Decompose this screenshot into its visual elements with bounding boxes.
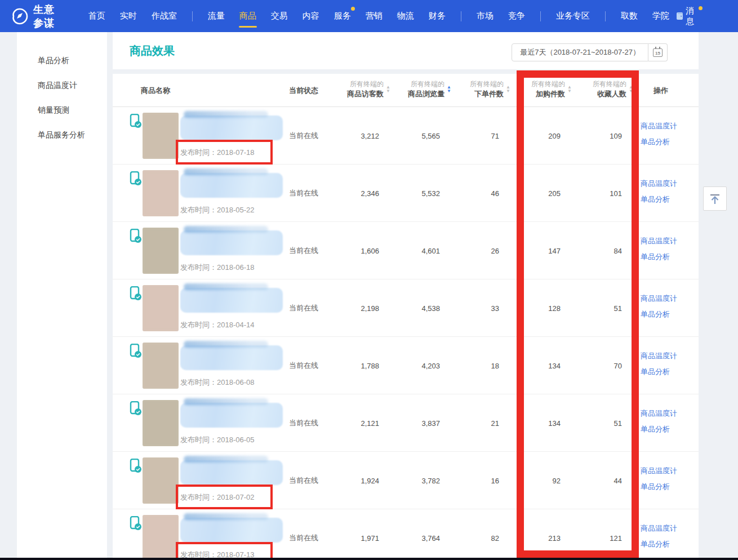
date-range-label[interactable]: 最近7天（2018-07-21~2018-07-27） [512, 43, 648, 61]
row-visitors: 1,924 [328, 452, 379, 509]
row-visitors: 2,198 [328, 279, 379, 337]
ops-link-1[interactable]: 单品分析 [641, 192, 677, 207]
mobile-online-icon [130, 229, 142, 243]
brand-title: 生意参谋 [33, 3, 64, 30]
row-views: 3,837 [389, 394, 440, 452]
publish-time-date: 2018-06-08 [217, 378, 255, 386]
ops-link-1[interactable]: 单品分析 [641, 306, 677, 322]
row-ops: 商品温度计单品分析 [641, 176, 677, 207]
nav-message-label: 消息 [686, 6, 697, 27]
ops-link-1[interactable]: 单品分析 [641, 421, 677, 437]
product-title-blurred [180, 173, 283, 198]
row-status: 当前在线 [289, 452, 318, 509]
publish-time: 发布时间：2018-07-13 [180, 550, 255, 558]
row-favorites: 51 [571, 279, 622, 337]
nav-message-button[interactable]: 消息 [677, 0, 697, 32]
nav-item-1[interactable]: 实时 [120, 0, 137, 32]
publish-time-label: 发布时间： [180, 321, 217, 329]
product-image [143, 515, 179, 558]
publish-time-date: 2018-07-13 [217, 550, 255, 558]
nav-item-12[interactable]: 竞争 [508, 0, 525, 32]
col-header-product-name: 商品名称 [141, 86, 170, 96]
sort-arrows-icon[interactable]: ▲▼ [629, 85, 633, 93]
calendar-button[interactable]: 15 [648, 43, 668, 61]
ops-link-0[interactable]: 商品温度计 [641, 521, 677, 536]
date-range-picker[interactable]: 最近7天（2018-07-21~2018-07-27） 15 [512, 43, 668, 61]
message-badge-dot [699, 6, 703, 10]
ops-link-0[interactable]: 商品温度计 [641, 291, 677, 306]
row-ops: 商品温度计单品分析 [641, 233, 677, 265]
publish-time-date: 2018-07-18 [217, 148, 255, 157]
metric-prefix: 所有终端的 [347, 79, 384, 89]
row-ops: 商品温度计单品分析 [641, 348, 677, 380]
publish-time-label: 发布时间： [180, 435, 217, 444]
nav-item-6[interactable]: 内容 [303, 0, 319, 32]
nav-item-4[interactable]: 商品 [239, 0, 256, 32]
ops-link-1[interactable]: 单品分析 [641, 536, 677, 552]
ops-link-1[interactable]: 单品分析 [641, 134, 677, 150]
row-visitors: 3,212 [328, 107, 379, 165]
mobile-online-icon [130, 459, 142, 473]
nav-item-13[interactable]: 业务专区 [556, 0, 590, 32]
nav-item-14[interactable]: 取数 [621, 0, 638, 32]
product-image [143, 170, 179, 216]
publish-time: 发布时间：2018-07-02 [180, 492, 255, 503]
mobile-online-icon [130, 114, 142, 128]
row-visitors: 2,346 [328, 165, 379, 222]
publish-time: 发布时间：2018-06-08 [180, 377, 255, 388]
bottom-edge-line [0, 558, 738, 560]
row-orders: 33 [448, 279, 499, 337]
row-ops: 商品温度计单品分析 [641, 406, 677, 437]
table-row: 发布时间：2018-07-13 当前在线 1,971 3,764 82 213 … [113, 509, 699, 558]
row-cart: 92 [510, 452, 561, 509]
ops-link-0[interactable]: 商品温度计 [641, 118, 677, 134]
product-title-blurred [180, 460, 283, 485]
ops-link-0[interactable]: 商品温度计 [641, 176, 677, 192]
nav-item-15[interactable]: 学院 [652, 0, 669, 32]
ops-link-0[interactable]: 商品温度计 [641, 233, 677, 249]
publish-time-label: 发布时间： [180, 263, 217, 272]
row-orders: 26 [448, 222, 499, 279]
sidebar-item-2[interactable]: 销量预测 [17, 97, 107, 122]
ops-link-1[interactable]: 单品分析 [641, 364, 677, 380]
nav-item-2[interactable]: 作战室 [152, 0, 177, 32]
col-header-metric-1: 所有终端的商品浏览量▲▼ [384, 79, 451, 99]
nav-item-5[interactable]: 交易 [271, 0, 288, 32]
nav-item-11[interactable]: 市场 [477, 0, 494, 32]
ops-link-0[interactable]: 商品温度计 [641, 348, 677, 364]
row-status: 当前在线 [289, 509, 318, 558]
table-row: 发布时间：2018-06-05 当前在线 2,121 3,837 21 134 … [113, 394, 699, 452]
product-image [143, 400, 179, 446]
publish-time: 发布时间：2018-06-18 [180, 263, 255, 273]
publish-time: 发布时间：2018-06-05 [180, 435, 255, 445]
metric-prefix: 所有终端的 [593, 79, 626, 89]
nav-item-7[interactable]: 服务 [334, 0, 351, 32]
row-favorites: 121 [571, 509, 622, 558]
metric-name: 商品浏览量 [408, 89, 444, 99]
ops-link-0[interactable]: 商品温度计 [641, 406, 677, 421]
table-row: 发布时间：2018-06-08 当前在线 1,788 4,203 18 134 … [113, 337, 699, 394]
row-cart: 147 [510, 222, 561, 279]
col-header-metric-0: 所有终端的商品访客数▲▼ [323, 79, 390, 99]
sidebar-item-0[interactable]: 单品分析 [17, 48, 107, 73]
back-to-top-button[interactable] [703, 186, 727, 211]
row-favorites: 109 [571, 107, 622, 165]
ops-link-1[interactable]: 单品分析 [641, 479, 677, 495]
sidebar-item-3[interactable]: 单品服务分析 [17, 122, 107, 147]
row-favorites: 84 [571, 222, 622, 279]
nav-item-9[interactable]: 物流 [397, 0, 414, 32]
product-image [143, 113, 179, 159]
ops-link-1[interactable]: 单品分析 [641, 249, 677, 265]
nav-item-3[interactable]: 流量 [208, 0, 225, 32]
metric-prefix: 所有终端的 [408, 79, 444, 89]
ops-link-0[interactable]: 商品温度计 [641, 463, 677, 479]
metric-name: 下单件数 [470, 89, 504, 99]
row-favorites: 70 [571, 337, 622, 394]
nav-item-0[interactable]: 首页 [88, 0, 105, 32]
sidebar-item-1[interactable]: 商品温度计 [17, 73, 107, 97]
col-header-metric-3: 所有终端的加购件数▲▼ [504, 79, 572, 99]
publish-time-label: 发布时间： [180, 378, 217, 386]
product-title-blurred [180, 288, 283, 313]
nav-item-8[interactable]: 营销 [366, 0, 383, 32]
nav-item-10[interactable]: 财务 [429, 0, 446, 32]
